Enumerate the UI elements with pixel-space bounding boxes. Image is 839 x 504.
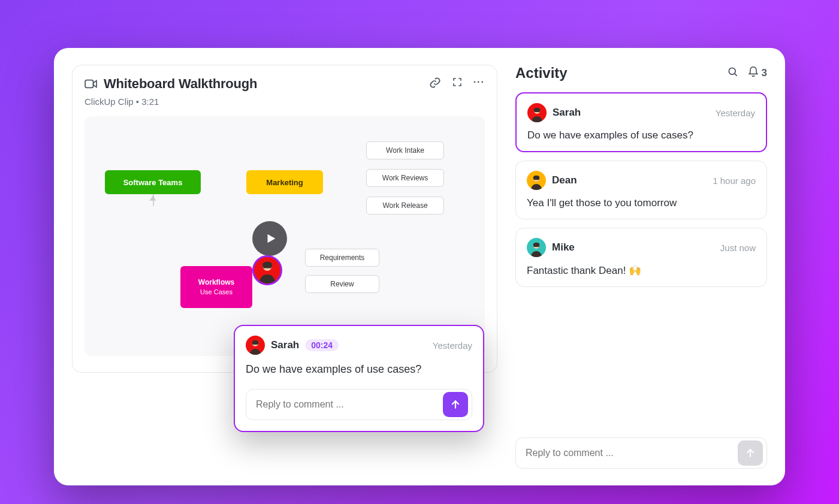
activity-author: Mike <box>552 242 575 253</box>
svg-rect-1 <box>85 80 93 88</box>
activity-date: 1 hour ago <box>713 176 756 186</box>
activity-text: Fantastic thank Dean! 🙌 <box>527 264 756 277</box>
activity-title: Activity <box>515 65 568 82</box>
comment-date: Yesterday <box>433 340 472 351</box>
activity-list: Sarah Yesterday Do we have examples of u… <box>515 92 767 287</box>
clip-actions: ··· <box>429 77 485 91</box>
comment-author: Sarah <box>271 339 299 351</box>
wb-node-software: Software Teams <box>105 170 201 194</box>
wb-node-work-release: Work Release <box>366 197 444 215</box>
svg-marker-3 <box>150 197 155 200</box>
activity-send-button[interactable] <box>738 440 763 466</box>
play-button[interactable] <box>252 221 287 256</box>
activity-date: Just now <box>720 243 756 253</box>
svg-point-5 <box>729 68 735 74</box>
wb-node-workflows-sub: Use Cases <box>200 288 233 296</box>
link-icon[interactable] <box>429 77 441 91</box>
clip-column: Whiteboard Walkthrough ··· ClickUp Clip … <box>72 65 497 469</box>
search-icon[interactable] <box>727 66 739 80</box>
activity-header: Activity 3 <box>515 65 767 82</box>
wb-node-work-reviews: Work Reviews <box>366 169 444 187</box>
activity-author: Sarah <box>553 107 581 119</box>
clip-header: Whiteboard Walkthrough ··· <box>84 76 485 92</box>
notifications-button[interactable]: 3 <box>747 66 767 80</box>
comment-header: Sarah 00:24 Yesterday <box>246 336 472 355</box>
app-window: Whiteboard Walkthrough ··· ClickUp Clip … <box>54 48 785 485</box>
reply-input[interactable] <box>256 399 443 410</box>
avatar <box>246 336 265 355</box>
avatar <box>527 171 546 190</box>
wb-node-workflows-title: Workflows <box>198 278 234 288</box>
more-icon[interactable]: ··· <box>473 77 485 91</box>
video-icon <box>84 79 98 89</box>
bell-icon <box>747 66 759 80</box>
activity-actions: 3 <box>727 66 767 80</box>
comment-popup: Sarah 00:24 Yesterday Do we have example… <box>234 325 484 432</box>
reply-input-wrap <box>246 389 472 420</box>
wb-node-work-intake: Work Intake <box>366 141 444 159</box>
activity-item[interactable]: Sarah Yesterday Do we have examples of u… <box>515 92 767 152</box>
activity-reply-input[interactable] <box>526 448 738 458</box>
comment-text: Do we have examples of use cases? <box>246 363 472 376</box>
wb-node-requirements: Requirements <box>305 249 379 267</box>
clip-subtitle: ClickUp Clip • 3:21 <box>84 96 485 107</box>
send-button[interactable] <box>443 392 468 417</box>
avatar <box>527 238 546 257</box>
activity-panel: Activity 3 Sarah Yesterday <box>515 65 767 469</box>
activity-item[interactable]: Dean 1 hour ago Yea I'll get those to yo… <box>515 161 767 219</box>
expand-icon[interactable] <box>452 77 463 91</box>
activity-author: Dean <box>552 174 577 186</box>
presenter-avatar <box>252 255 282 285</box>
avatar <box>527 103 547 122</box>
activity-text: Do we have examples of use cases? <box>527 129 755 141</box>
activity-item[interactable]: Mike Just now Fantastic thank Dean! 🙌 <box>515 228 767 287</box>
activity-text: Yea I'll get those to you tomorrow <box>527 197 756 209</box>
clip-title: Whiteboard Walkthrough <box>104 76 257 92</box>
wb-node-review: Review <box>305 275 379 293</box>
wb-node-marketing: Marketing <box>246 170 323 194</box>
activity-reply-wrap <box>515 437 767 469</box>
wb-node-workflows: Workflows Use Cases <box>180 266 252 308</box>
notification-count: 3 <box>762 67 767 79</box>
clip-timestamp-badge[interactable]: 00:24 <box>305 339 339 351</box>
activity-date: Yesterday <box>716 108 755 118</box>
whiteboard-preview[interactable]: Software Teams Marketing Workflows Use C… <box>84 116 485 356</box>
